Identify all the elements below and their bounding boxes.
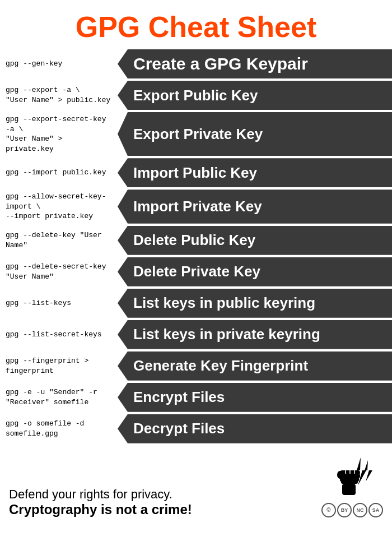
page: GPG Cheat Sheet gpg --gen-keyCreate a GP…	[0, 0, 392, 555]
label-text: List keys in private keyring	[133, 326, 320, 343]
label-arrow: Delete Private Key	[118, 257, 392, 286]
footer-text: Defend your rights for privacy. Cryptogr…	[9, 487, 321, 517]
command-text: gpg --delete-secret-key "User Name"	[0, 257, 118, 286]
label-text: Decrypt Files	[133, 420, 225, 437]
cc-badge-nc: NC	[353, 503, 367, 517]
label-text: Delete Public Key	[133, 232, 255, 249]
label-arrow: Generate Key Fingerprint	[118, 351, 392, 381]
label-arrow: Create a GPG Keypair	[118, 49, 392, 78]
cheat-rows: gpg --gen-keyCreate a GPG Keypairgpg --e…	[0, 49, 392, 443]
cheat-row: gpg --allow-secret-key-import \ --import…	[0, 189, 392, 224]
cc-badges: © BY NC SA	[321, 503, 383, 517]
label-text: Import Public Key	[133, 164, 257, 182]
label-arrow: Encrypt Files	[118, 383, 392, 412]
command-text: gpg --allow-secret-key-import \ --import…	[0, 189, 118, 224]
footer-line2: Cryptography is not a crime!	[9, 502, 321, 517]
cheat-row: gpg -o somefile -d somefile.gpgDecrypt F…	[0, 414, 392, 443]
label-arrow: Decrypt Files	[118, 414, 392, 443]
cheat-row: gpg --list-keysList keys in public keyri…	[0, 289, 392, 318]
svg-point-6	[337, 471, 343, 479]
cheat-row: gpg --list-secret-keysList keys in priva…	[0, 320, 392, 349]
cheat-row: gpg --import public.keyImport Public Key	[0, 158, 392, 187]
footer-line1: Defend your rights for privacy.	[9, 487, 321, 502]
label-arrow: Import Private Key	[118, 189, 392, 224]
label-text: Generate Key Fingerprint	[133, 357, 308, 374]
command-text: gpg --gen-key	[0, 49, 118, 78]
label-text: Encrypt Files	[133, 388, 225, 406]
label-arrow: Delete Public Key	[118, 226, 392, 255]
svg-rect-5	[341, 480, 358, 484]
cc-badge-cc: ©	[321, 503, 336, 517]
command-text: gpg --fingerprint > fingerprint	[0, 351, 118, 381]
cheat-row: gpg --fingerprint > fingerprintGenerate …	[0, 351, 392, 381]
command-text: gpg --export -a \ "User Name" > public.k…	[0, 81, 118, 110]
label-arrow: List keys in private keyring	[118, 320, 392, 349]
command-text: gpg --import public.key	[0, 158, 118, 187]
label-arrow: Import Public Key	[118, 158, 392, 187]
cc-badge-sa: SA	[368, 503, 383, 517]
cheat-row: gpg --export-secret-key -a \ "User Name"…	[0, 112, 392, 156]
command-text: gpg --export-secret-key -a \ "User Name"…	[0, 112, 118, 156]
label-arrow: Export Public Key	[118, 81, 392, 110]
page-title: GPG Cheat Sheet	[0, 0, 392, 49]
svg-rect-7	[342, 484, 356, 495]
command-text: gpg --list-keys	[0, 289, 118, 318]
command-text: gpg --delete-key "User Name"	[0, 226, 118, 255]
label-text: Export Private Key	[133, 126, 263, 143]
cheat-row: gpg --delete-key "User Name"Delete Publi…	[0, 226, 392, 255]
cheat-row: gpg --gen-keyCreate a GPG Keypair	[0, 49, 392, 78]
fist-icon	[330, 455, 375, 499]
cheat-row: gpg -e -u "Sender" -r "Receiver" somefil…	[0, 383, 392, 412]
command-text: gpg --list-secret-keys	[0, 320, 118, 349]
footer-right: © BY NC SA	[321, 455, 383, 517]
cheat-row: gpg --export -a \ "User Name" > public.k…	[0, 81, 392, 110]
label-arrow: Export Private Key	[118, 112, 392, 156]
label-arrow: List keys in public keyring	[118, 289, 392, 318]
label-text: List keys in public keyring	[133, 294, 315, 312]
label-text: Create a GPG Keypair	[133, 54, 308, 73]
command-text: gpg -o somefile -d somefile.gpg	[0, 414, 118, 443]
cheat-row: gpg --delete-secret-key "User Name"Delet…	[0, 257, 392, 286]
command-text: gpg -e -u "Sender" -r "Receiver" somefil…	[0, 383, 118, 412]
cc-badge-by: BY	[337, 503, 352, 517]
footer: Defend your rights for privacy. Cryptogr…	[0, 449, 392, 524]
label-text: Export Public Key	[133, 87, 258, 104]
label-text: Import Private Key	[133, 198, 262, 215]
label-text: Delete Private Key	[133, 263, 260, 280]
